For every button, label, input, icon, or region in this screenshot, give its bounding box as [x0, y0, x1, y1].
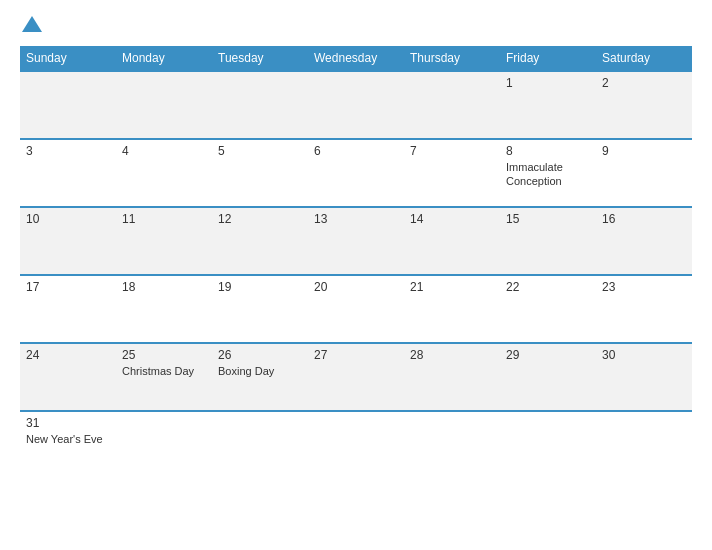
- day-number: 9: [602, 144, 686, 158]
- calendar-week-row: 345678Immaculate Conception9: [20, 139, 692, 207]
- day-number: 16: [602, 212, 686, 226]
- weekday-header-tuesday: Tuesday: [212, 46, 308, 71]
- day-number: 20: [314, 280, 398, 294]
- day-number: 29: [506, 348, 590, 362]
- weekday-header-thursday: Thursday: [404, 46, 500, 71]
- day-number: 5: [218, 144, 302, 158]
- calendar-cell: 12: [212, 207, 308, 275]
- calendar-cell: 18: [116, 275, 212, 343]
- day-number: 28: [410, 348, 494, 362]
- day-number: 25: [122, 348, 206, 362]
- day-number: 23: [602, 280, 686, 294]
- holiday-label: New Year's Eve: [26, 433, 103, 445]
- calendar-week-row: 31New Year's Eve: [20, 411, 692, 479]
- calendar-cell: 2: [596, 71, 692, 139]
- calendar-cell: 14: [404, 207, 500, 275]
- calendar-week-row: 12: [20, 71, 692, 139]
- calendar-cell: 10: [20, 207, 116, 275]
- weekday-header-sunday: Sunday: [20, 46, 116, 71]
- calendar-week-row: 10111213141516: [20, 207, 692, 275]
- day-number: 21: [410, 280, 494, 294]
- weekday-header-friday: Friday: [500, 46, 596, 71]
- calendar-week-row: 17181920212223: [20, 275, 692, 343]
- calendar-cell: 3: [20, 139, 116, 207]
- calendar-cell: 29: [500, 343, 596, 411]
- day-number: 6: [314, 144, 398, 158]
- day-number: 22: [506, 280, 590, 294]
- calendar-cell: 1: [500, 71, 596, 139]
- calendar-cell: 19: [212, 275, 308, 343]
- calendar-cell: 21: [404, 275, 500, 343]
- calendar-cell: [500, 411, 596, 479]
- day-number: 27: [314, 348, 398, 362]
- calendar-cell: [116, 411, 212, 479]
- day-number: 13: [314, 212, 398, 226]
- day-number: 15: [506, 212, 590, 226]
- day-number: 31: [26, 416, 110, 430]
- holiday-label: Boxing Day: [218, 365, 274, 377]
- weekday-header-saturday: Saturday: [596, 46, 692, 71]
- calendar-cell: 13: [308, 207, 404, 275]
- calendar-cell: 25Christmas Day: [116, 343, 212, 411]
- weekday-header-monday: Monday: [116, 46, 212, 71]
- calendar-cell: 4: [116, 139, 212, 207]
- calendar-cell: 28: [404, 343, 500, 411]
- day-number: 26: [218, 348, 302, 362]
- day-number: 11: [122, 212, 206, 226]
- calendar-cell: [308, 411, 404, 479]
- day-number: 10: [26, 212, 110, 226]
- calendar-cell: 30: [596, 343, 692, 411]
- day-number: 7: [410, 144, 494, 158]
- calendar-page: SundayMondayTuesdayWednesdayThursdayFrid…: [0, 0, 712, 550]
- logo: [20, 18, 42, 34]
- holiday-label: Christmas Day: [122, 365, 194, 377]
- calendar-cell: [116, 71, 212, 139]
- day-number: 14: [410, 212, 494, 226]
- day-number: 17: [26, 280, 110, 294]
- calendar-table: SundayMondayTuesdayWednesdayThursdayFrid…: [20, 46, 692, 479]
- day-number: 30: [602, 348, 686, 362]
- calendar-cell: 20: [308, 275, 404, 343]
- svg-marker-0: [22, 16, 42, 32]
- weekday-header-wednesday: Wednesday: [308, 46, 404, 71]
- calendar-cell: 15: [500, 207, 596, 275]
- calendar-cell: 17: [20, 275, 116, 343]
- calendar-cell: 23: [596, 275, 692, 343]
- day-number: 24: [26, 348, 110, 362]
- calendar-cell: [212, 71, 308, 139]
- calendar-cell: 8Immaculate Conception: [500, 139, 596, 207]
- calendar-cell: [404, 411, 500, 479]
- calendar-cell: 27: [308, 343, 404, 411]
- day-number: 12: [218, 212, 302, 226]
- day-number: 8: [506, 144, 590, 158]
- weekday-header-row: SundayMondayTuesdayWednesdayThursdayFrid…: [20, 46, 692, 71]
- header: [20, 18, 692, 34]
- calendar-cell: 11: [116, 207, 212, 275]
- day-number: 4: [122, 144, 206, 158]
- calendar-cell: 16: [596, 207, 692, 275]
- day-number: 19: [218, 280, 302, 294]
- calendar-cell: 31New Year's Eve: [20, 411, 116, 479]
- calendar-cell: [308, 71, 404, 139]
- calendar-cell: [404, 71, 500, 139]
- calendar-cell: 6: [308, 139, 404, 207]
- calendar-cell: 5: [212, 139, 308, 207]
- calendar-week-row: 2425Christmas Day26Boxing Day27282930: [20, 343, 692, 411]
- calendar-cell: [212, 411, 308, 479]
- day-number: 18: [122, 280, 206, 294]
- holiday-label: Immaculate Conception: [506, 161, 563, 187]
- calendar-cell: 9: [596, 139, 692, 207]
- calendar-cell: [20, 71, 116, 139]
- day-number: 1: [506, 76, 590, 90]
- logo-icon: [22, 14, 42, 34]
- day-number: 2: [602, 76, 686, 90]
- calendar-cell: 24: [20, 343, 116, 411]
- day-number: 3: [26, 144, 110, 158]
- calendar-cell: [596, 411, 692, 479]
- calendar-cell: 22: [500, 275, 596, 343]
- calendar-cell: 26Boxing Day: [212, 343, 308, 411]
- calendar-cell: 7: [404, 139, 500, 207]
